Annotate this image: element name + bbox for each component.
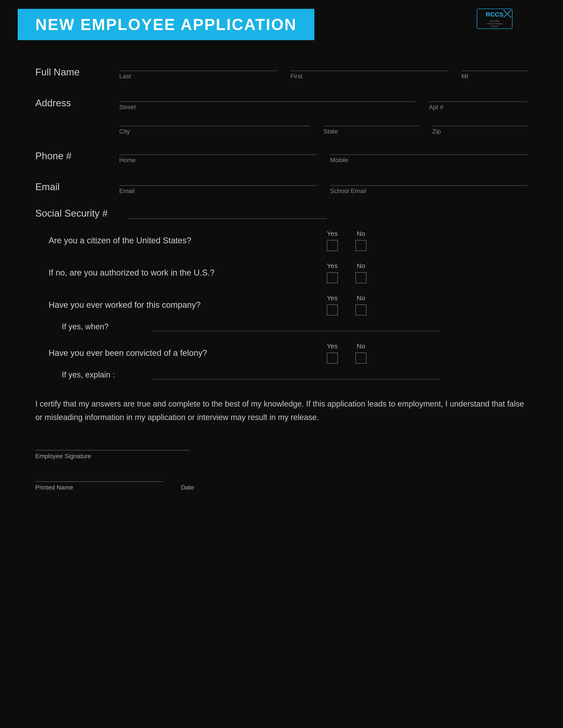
question-authorized-row: If no, are you authorized to work in the… — [35, 262, 528, 283]
main-content: Full Name Last First MI — [0, 49, 563, 504]
email-row: Email School Email — [119, 177, 528, 195]
if-yes-explain-label: If yes, explain : — [62, 370, 146, 379]
authorized-yes-checkbox[interactable] — [327, 272, 338, 283]
city-row: City State Zip — [119, 117, 528, 135]
felony-no-label: No — [357, 342, 365, 350]
if-yes-explain-input[interactable] — [152, 371, 439, 379]
citizen-yes-no: Yes No — [327, 230, 367, 251]
mi-group: MI — [461, 62, 528, 80]
first-name-label: First — [290, 73, 448, 80]
ssn-label: Social Security # — [35, 208, 119, 219]
city-label: City — [119, 128, 310, 135]
city-group: City — [119, 117, 310, 135]
question-citizen-text: Are you a citizen of the United States? — [49, 236, 314, 245]
email-sublabel: Email — [119, 188, 317, 195]
mi-label: MI — [461, 73, 528, 80]
apt-group: Apt # — [429, 93, 528, 111]
email-input[interactable] — [119, 177, 317, 186]
felony-yes-no: Yes No — [327, 342, 367, 364]
phone-inputs: Home Mobile — [119, 146, 528, 166]
state-group: State — [324, 117, 419, 135]
printed-name-group: Printed Name — [35, 473, 163, 491]
last-name-label: Last — [119, 73, 277, 80]
title-banner: NEW EMPLOYEE APPLICATION — [18, 9, 315, 40]
phone-row: Home Mobile — [119, 146, 528, 164]
questions-section: Are you a citizen of the United States? … — [35, 230, 528, 379]
date-label: Date — [181, 484, 194, 491]
rccs-logo: RCCS responsible choices changing studen… — [475, 7, 514, 31]
street-group: Street — [119, 93, 416, 111]
authorized-no-checkbox[interactable] — [356, 272, 367, 283]
printed-name-line[interactable] — [35, 473, 163, 482]
worked-no-item: No — [356, 294, 367, 315]
school-email-group: School Email — [330, 177, 528, 195]
if-yes-when-row: If yes, when? — [35, 322, 528, 331]
school-email-input[interactable] — [330, 177, 528, 186]
worked-no-checkbox[interactable] — [356, 304, 367, 315]
logo-area: RCCS responsible choices changing studen… — [475, 7, 519, 33]
citizen-yes-item: Yes — [327, 230, 338, 251]
certification-section: I certify that my answers are true and c… — [35, 397, 528, 424]
last-name-group: Last — [119, 62, 277, 80]
authorized-no-label: No — [357, 262, 365, 270]
felony-no-checkbox[interactable] — [356, 353, 367, 364]
citizen-no-item: No — [356, 230, 367, 251]
date-group: Date — [181, 484, 194, 491]
authorized-yes-no: Yes No — [327, 262, 367, 283]
employee-signature-line[interactable] — [35, 442, 190, 450]
printed-date-row: Printed Name Date — [35, 473, 528, 491]
first-name-group: First — [290, 62, 448, 80]
authorized-yes-label: Yes — [327, 262, 338, 270]
mobile-phone-input[interactable] — [330, 146, 528, 155]
ssn-section: Social Security # — [35, 208, 528, 219]
question-authorized-text: If no, are you authorized to work in the… — [49, 268, 314, 278]
felony-yes-label: Yes — [327, 342, 338, 350]
state-label: State — [324, 128, 419, 135]
signature-section: Employee Signature Printed Name Date — [35, 442, 528, 491]
home-phone-group: Home — [119, 146, 317, 164]
authorized-yes-item: Yes — [327, 262, 338, 283]
citizen-no-label: No — [357, 230, 365, 237]
address-section: Address Street Apt # — [35, 93, 528, 135]
mi-input[interactable] — [461, 62, 528, 71]
home-phone-input[interactable] — [119, 146, 317, 155]
last-name-input[interactable] — [119, 62, 277, 71]
employee-signature-row: Employee Signature — [35, 442, 528, 460]
if-yes-when-label: If yes, when? — [62, 322, 146, 331]
felony-yes-item: Yes — [327, 342, 338, 364]
svg-text:choices changing: choices changing — [487, 23, 502, 25]
if-yes-explain-row: If yes, explain : — [35, 370, 528, 379]
email-section: Email Email School Email — [35, 177, 528, 197]
worked-yes-checkbox[interactable] — [327, 304, 338, 315]
zip-input[interactable] — [432, 117, 528, 126]
felony-yes-checkbox[interactable] — [327, 353, 338, 364]
certification-text: I certify that my answers are true and c… — [35, 397, 528, 424]
mobile-phone-label: Mobile — [330, 157, 528, 164]
question-citizen-row: Are you a citizen of the United States? … — [35, 230, 528, 251]
email-label: Email — [35, 177, 119, 192]
worked-yes-item: Yes — [327, 294, 338, 315]
phone-label: Phone # — [35, 146, 119, 161]
email-group: Email — [119, 177, 317, 195]
question-worked-text: Have you ever worked for this company? — [49, 300, 314, 310]
ssn-input[interactable] — [128, 210, 327, 219]
full-name-section: Full Name Last First MI — [35, 62, 528, 82]
mobile-phone-group: Mobile — [330, 146, 528, 164]
street-input[interactable] — [119, 93, 416, 102]
citizen-no-checkbox[interactable] — [356, 240, 367, 251]
if-yes-when-input[interactable] — [152, 323, 439, 331]
street-row: Street Apt # — [119, 93, 528, 111]
authorized-no-item: No — [356, 262, 367, 283]
question-felony-text: Have you ever been convicted of a felony… — [49, 348, 314, 358]
citizen-yes-checkbox[interactable] — [327, 240, 338, 251]
zip-group: Zip — [432, 117, 528, 135]
page-title: NEW EMPLOYEE APPLICATION — [35, 15, 297, 34]
state-input[interactable] — [324, 117, 419, 126]
page: NEW EMPLOYEE APPLICATION RCCS responsibl… — [0, 0, 563, 728]
city-input[interactable] — [119, 117, 310, 126]
worked-yes-no: Yes No — [327, 294, 367, 315]
header: NEW EMPLOYEE APPLICATION RCCS responsibl… — [0, 0, 563, 49]
apt-input[interactable] — [429, 93, 528, 102]
home-phone-label: Home — [119, 157, 317, 164]
first-name-input[interactable] — [290, 62, 448, 71]
